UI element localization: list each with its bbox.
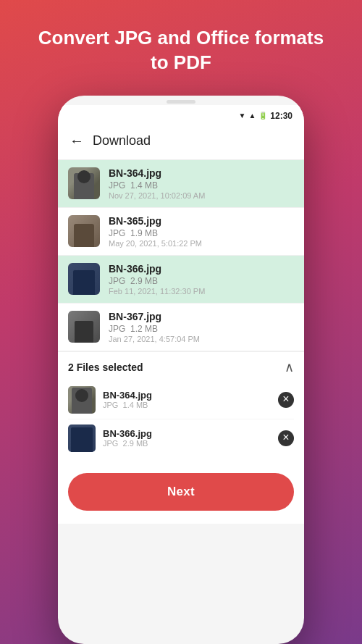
chevron-up-icon[interactable]: ∧	[285, 359, 294, 375]
file-meta: JPG 1.2 MB	[109, 324, 294, 334]
battery-icon: 🔋	[258, 112, 267, 120]
selected-thumbnail-1	[68, 386, 96, 414]
selected-file-meta: JPG 1.4 MB	[103, 401, 278, 409]
remove-file-button-1[interactable]	[278, 392, 294, 408]
wifi-icon: ▼	[238, 112, 245, 120]
selected-item: BN-366.jpg JPG 2.9 MB	[68, 419, 294, 457]
next-button[interactable]: Next	[68, 473, 294, 511]
file-info-1: BN-364.jpg JPG 1.4 MB Nov 27, 2021, 10:0…	[109, 167, 294, 200]
phone-notch	[167, 100, 195, 104]
selected-file-meta: JPG 2.9 MB	[103, 439, 278, 448]
selected-info-1: BN-364.jpg JPG 1.4 MB	[103, 390, 278, 409]
file-name: BN-366.jpg	[109, 263, 294, 275]
file-date: May 20, 2021, 5:01:22 PM	[109, 239, 294, 248]
list-item[interactable]: BN-365.jpg JPG 1.9 MB May 20, 2021, 5:01…	[58, 208, 304, 256]
header-title-text: Convert JPG and Office formats to PDF	[0, 0, 362, 96]
status-time: 12:30	[270, 111, 292, 121]
file-thumbnail-1	[68, 167, 100, 199]
file-list: BN-364.jpg JPG 1.4 MB Nov 27, 2021, 10:0…	[58, 160, 304, 351]
file-thumbnail-3	[68, 263, 100, 295]
file-date: Feb 11, 2021, 11:32:30 PM	[109, 287, 294, 296]
phone-container: ▼ ▲ 🔋 12:30 ← Download BN-364.jpg JPG 1.…	[58, 96, 304, 644]
selected-section: 2 Files selected ∧ BN-364.jpg JPG 1.4 MB…	[58, 351, 304, 464]
next-button-container: Next	[58, 464, 304, 524]
selected-file-name: BN-366.jpg	[103, 428, 278, 439]
list-item[interactable]: BN-366.jpg JPG 2.9 MB Feb 11, 2021, 11:3…	[58, 256, 304, 304]
file-name: BN-365.jpg	[109, 215, 294, 227]
selected-count: 2 Files selected	[68, 361, 143, 373]
file-meta: JPG 1.4 MB	[109, 180, 294, 191]
remove-file-button-2[interactable]	[278, 430, 294, 446]
file-thumbnail-4	[68, 311, 100, 343]
selected-file-name: BN-364.jpg	[103, 390, 278, 401]
file-thumbnail-2	[68, 215, 100, 247]
file-info-4: BN-367.jpg JPG 1.2 MB Jan 27, 2021, 4:57…	[109, 311, 294, 343]
selected-header: 2 Files selected ∧	[68, 359, 294, 375]
selected-info-2: BN-366.jpg JPG 2.9 MB	[103, 428, 278, 448]
signal-icon: ▲	[248, 112, 256, 120]
file-meta: JPG 1.9 MB	[109, 228, 294, 238]
file-name: BN-367.jpg	[109, 311, 294, 322]
list-item[interactable]: BN-367.jpg JPG 1.2 MB Jan 27, 2021, 4:57…	[58, 304, 304, 351]
list-item[interactable]: BN-364.jpg JPG 1.4 MB Nov 27, 2021, 10:0…	[58, 160, 304, 208]
back-arrow-icon[interactable]: ←	[70, 133, 84, 149]
nav-bar: ← Download	[58, 124, 304, 160]
file-info-3: BN-366.jpg JPG 2.9 MB Feb 11, 2021, 11:3…	[109, 263, 294, 296]
file-name: BN-364.jpg	[109, 167, 294, 179]
selected-thumbnail-2	[68, 425, 96, 452]
status-bar: ▼ ▲ 🔋 12:30	[58, 105, 304, 124]
page-title: Download	[93, 133, 151, 149]
file-date: Jan 27, 2021, 4:57:04 PM	[109, 335, 294, 343]
file-info-2: BN-365.jpg JPG 1.9 MB May 20, 2021, 5:01…	[109, 215, 294, 248]
selected-item: BN-364.jpg JPG 1.4 MB	[68, 381, 294, 419]
file-meta: JPG 2.9 MB	[109, 276, 294, 286]
file-date: Nov 27, 2021, 10:02:09 AM	[109, 191, 294, 200]
